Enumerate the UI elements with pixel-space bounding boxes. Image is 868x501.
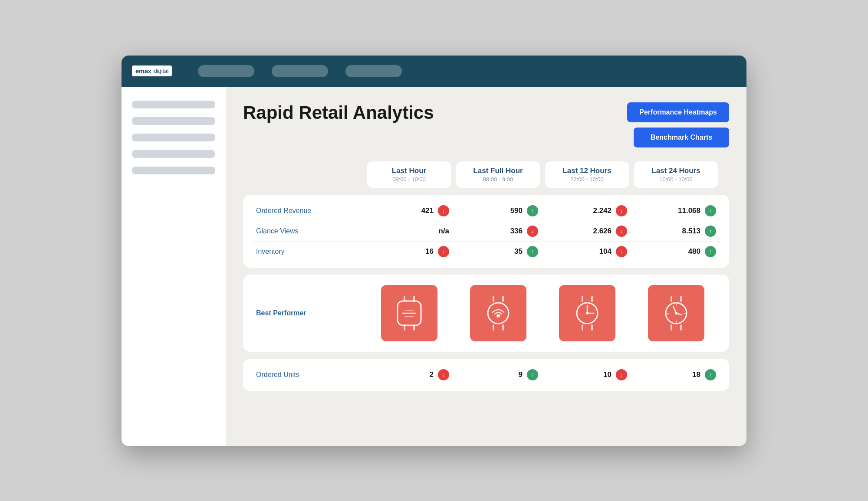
time-col-last-12: Last 12 Hours 22:00 - 10:00 (545, 161, 629, 188)
svg-rect-14 (582, 296, 583, 302)
units-cell-1: 9 ↑ (454, 369, 542, 380)
cell-value: 421 (421, 206, 434, 215)
top-nav: emax digital (122, 56, 746, 87)
time-period-main-2: Last 12 Hours (552, 167, 622, 175)
inventory-label: Inventory (252, 248, 365, 255)
cell-value: 9 (519, 370, 523, 379)
table-row: Inventory 16 ↓ 35 ↑ 104 ↓ 480 (252, 242, 720, 257)
watch-tile-1 (470, 285, 526, 341)
smartwatch-round-wifi-icon (483, 296, 513, 331)
cell-0-1: 590 ↑ (454, 205, 542, 216)
watch-classic-icon (572, 296, 602, 331)
svg-point-13 (496, 314, 500, 318)
time-period-main-0: Last Hour (374, 167, 444, 175)
cell-value: 35 (514, 247, 523, 256)
sidebar-item-3[interactable] (132, 134, 215, 141)
svg-point-21 (586, 312, 589, 314)
svg-rect-25 (680, 324, 682, 331)
sidebar-item-5[interactable] (132, 167, 215, 174)
cell-value: 8.513 (682, 227, 700, 236)
cell-0-0: 421 ↓ (365, 205, 454, 216)
cell-2-3: 480 ↑ (631, 246, 720, 257)
up-icon: ↑ (705, 369, 716, 380)
time-period-sub-3: 10:00 - 10:00 (641, 176, 711, 183)
cell-value: n/a (438, 227, 449, 236)
svg-rect-16 (582, 324, 583, 331)
nav-pill-1[interactable] (198, 65, 254, 77)
cell-value: 2.626 (593, 227, 612, 236)
logo-area: emax digital (132, 65, 172, 76)
up-icon: ↑ (705, 226, 716, 237)
cell-2-1: 35 ↑ (454, 246, 542, 257)
units-cell-3: 18 ↑ (631, 369, 720, 380)
down-icon: ↓ (527, 226, 538, 237)
time-col-last-full-hour: Last Full Hour 08:00 - 9:00 (456, 161, 540, 188)
logo-digital: digital (154, 68, 168, 74)
ordered-revenue-label: Ordered Revenue (252, 207, 365, 215)
sidebar-item-2[interactable] (132, 117, 215, 125)
units-cell-2: 10 ↓ (542, 369, 631, 380)
down-icon: ↓ (438, 369, 449, 380)
svg-rect-24 (671, 324, 672, 331)
ordered-units-card: Ordered Units 2 ↓ 9 ↑ 10 ↓ 18 (243, 359, 729, 391)
up-icon: ↑ (527, 369, 538, 380)
cell-value: 11.068 (678, 206, 700, 215)
benchmark-charts-button[interactable]: Benchmark Charts (634, 128, 729, 147)
time-col-last-24: Last 24 Hours 10:00 - 10:00 (634, 161, 718, 188)
cell-1-3: 8.513 ↑ (631, 226, 720, 237)
watch-tile-3 (648, 285, 704, 341)
metrics-card: Ordered Revenue 421 ↓ 590 ↑ 2.242 ↓ 11. (243, 195, 729, 268)
svg-rect-9 (502, 296, 504, 302)
svg-rect-11 (502, 324, 504, 331)
sidebar (122, 87, 226, 446)
table-row: Ordered Units 2 ↓ 9 ↑ 10 ↓ 18 (252, 369, 720, 380)
time-period-sub-2: 22:00 - 10:00 (552, 176, 622, 183)
content: Rapid Retail Analytics Performance Heatm… (226, 87, 746, 446)
svg-rect-15 (591, 296, 593, 302)
cell-value: 2.242 (593, 206, 612, 215)
units-cell-0: 2 ↓ (365, 369, 454, 380)
svg-point-29 (675, 312, 677, 314)
watch-tile-0 (381, 285, 437, 341)
page-title: Rapid Retail Analytics (243, 102, 434, 123)
down-icon: ↓ (616, 246, 627, 257)
table-row: Ordered Revenue 421 ↓ 590 ↑ 2.242 ↓ 11. (252, 205, 720, 221)
smartwatch-square-icon (394, 296, 424, 331)
cell-2-2: 104 ↓ (542, 246, 631, 257)
performance-heatmaps-button[interactable]: Performance Heatmaps (627, 102, 729, 122)
cell-0-2: 2.242 ↓ (542, 205, 631, 216)
nav-pill-2[interactable] (272, 65, 328, 77)
cell-1-0: n/a (365, 227, 454, 236)
svg-rect-17 (591, 324, 593, 331)
time-header-row: Last Hour 09:00 - 10:00 Last Full Hour 0… (243, 161, 729, 188)
cell-1-2: 2.626 ↓ (542, 226, 631, 237)
cell-value: 2 (430, 370, 434, 379)
cell-0-3: 11.068 ↑ (631, 205, 720, 216)
svg-rect-22 (671, 296, 672, 302)
sidebar-item-4[interactable] (132, 150, 215, 158)
down-icon: ↓ (616, 205, 627, 216)
sidebar-item-1[interactable] (132, 101, 215, 108)
nav-pill-3[interactable] (345, 65, 402, 77)
down-icon: ↓ (616, 369, 627, 380)
cell-2-0: 16 ↓ (365, 246, 454, 257)
best-performer-label: Best Performer (252, 309, 365, 317)
glance-views-label: Glance Views (252, 227, 365, 235)
page-header: Rapid Retail Analytics Performance Heatm… (243, 102, 729, 147)
time-period-main-1: Last Full Hour (463, 167, 533, 175)
cell-value: 18 (692, 370, 700, 379)
time-period-sub-1: 08:00 - 9:00 (463, 176, 533, 183)
cell-value: 590 (510, 206, 523, 215)
cell-value: 10 (603, 370, 612, 379)
cell-value: 16 (425, 247, 434, 256)
best-performer-card: Best Performer (243, 275, 729, 352)
up-icon: ↑ (705, 246, 716, 257)
svg-rect-23 (680, 296, 682, 302)
watch-roman-icon (661, 296, 691, 331)
down-icon: ↓ (438, 246, 449, 257)
watch-tile-2 (559, 285, 615, 341)
down-icon: ↓ (616, 226, 627, 237)
cell-value: 480 (688, 247, 700, 256)
cell-value: 104 (599, 247, 612, 256)
cell-value: 336 (510, 227, 523, 236)
